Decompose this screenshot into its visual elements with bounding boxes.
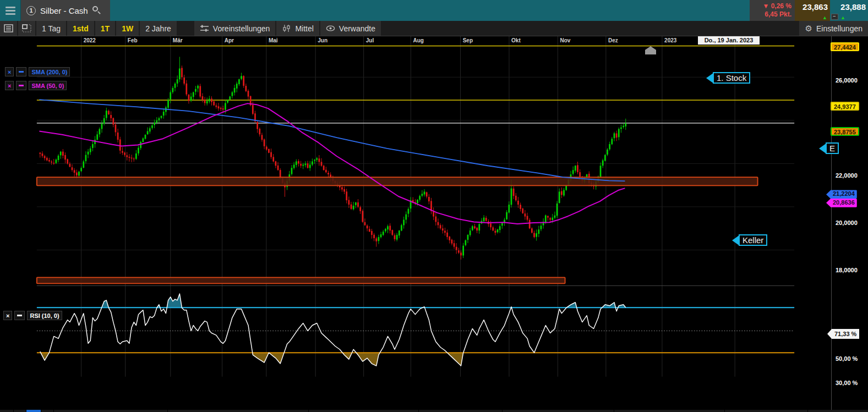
time-axis-label: Feb	[128, 37, 138, 43]
related-button[interactable]: Verwandte	[320, 21, 381, 36]
gear-icon: ⚙	[805, 24, 812, 34]
quote-collapse-wrap: −	[830, 0, 839, 21]
layout-button[interactable]	[18, 21, 35, 36]
date-axis-tooltip: Do., 19 Jan. 2023	[698, 36, 760, 45]
annotation-label: Keller	[739, 234, 767, 246]
ask-price: 23,888	[839, 2, 866, 12]
down-triangle-icon: ▼	[762, 2, 769, 10]
settings-button[interactable]: ⚙ Einstellungen	[799, 21, 868, 36]
topbar-spacer	[110, 0, 750, 21]
instrument-selector[interactable]: 1 Silber - Cash	[21, 0, 110, 21]
change-percent: 0,26 %	[771, 2, 791, 10]
ask-price-box[interactable]: 23,888 ▲	[839, 0, 868, 21]
legend-sma200: ×SMA (200, 0)	[5, 67, 70, 76]
timeframe-button[interactable]: 1 Tag	[36, 21, 66, 36]
range-label: 2 Jahre	[145, 24, 171, 33]
legend-close-button[interactable]: ×	[5, 81, 14, 90]
indicators-button[interactable]: Mittel	[276, 21, 319, 36]
candlestick-icon	[282, 24, 291, 32]
price-level-badge[interactable]: 23,8755	[831, 127, 859, 136]
ask-up-arrow-icon: ▲	[840, 15, 845, 20]
indicators-label: Mittel	[295, 24, 313, 33]
presets-label: Voreinstellungen	[213, 24, 270, 33]
rsi-axis-label: 50,00 %	[836, 355, 858, 362]
time-axis-label: Aug	[413, 37, 423, 43]
legend-collapse-button[interactable]	[16, 67, 26, 76]
presets-button[interactable]: Voreinstellungen	[194, 21, 276, 36]
price-level-badge[interactable]: 27,4424	[831, 42, 859, 51]
bottom-tab-strip[interactable]	[0, 410, 868, 412]
instrument-name: Silber - Cash	[40, 6, 88, 15]
rsi-axis-label: 30,00 %	[836, 380, 858, 386]
floor-annotation[interactable]: Keller	[732, 234, 767, 246]
time-axis-label: 2023	[664, 37, 677, 43]
chart-toolbar: 1 Tag 1std 1T 1W 2 Jahre Voreinstellunge…	[0, 21, 868, 36]
layout-grid-icon	[22, 24, 31, 32]
bid-up-arrow-icon: ▲	[822, 15, 827, 20]
bid-price-box[interactable]: 23,863 ▲	[795, 0, 830, 21]
interval-1w-button[interactable]: 1W	[116, 21, 139, 36]
sliders-icon	[200, 24, 209, 32]
price-level-badge[interactable]: 24,9377	[831, 102, 859, 111]
search-icon[interactable]	[92, 6, 101, 15]
watchlist-button[interactable]	[0, 21, 17, 36]
settings-label: Einstellungen	[816, 24, 862, 33]
time-axis-label: 2022	[84, 37, 96, 43]
list-icon	[4, 24, 13, 32]
interval-1std-button[interactable]: 1std	[67, 21, 94, 36]
time-axis-label: Sep	[463, 37, 473, 43]
legend-close-button[interactable]: ×	[3, 311, 12, 320]
price-level-badge[interactable]: 20,8636	[826, 199, 857, 207]
legend-rsi: ×RSI (10, 0)	[3, 311, 62, 320]
legend-label[interactable]: RSI (10, 0)	[27, 311, 62, 320]
price-axis-label: 20,0000	[836, 219, 858, 226]
interval-1t-button[interactable]: 1T	[95, 21, 115, 36]
legend-collapse-button[interactable]	[16, 81, 26, 90]
time-axis-label: Jun	[318, 37, 327, 43]
related-label: Verwandte	[339, 24, 375, 33]
menu-button[interactable]	[0, 0, 21, 21]
price-level-badge[interactable]: 21,2204	[826, 190, 857, 199]
time-axis-label: Mär	[173, 37, 183, 43]
change-points: 6,45 Pkt.	[765, 10, 791, 19]
collapse-quotes-button[interactable]: −	[831, 14, 838, 20]
price-axis-label: 22,0000	[836, 172, 858, 179]
range-button[interactable]: 2 Jahre	[140, 21, 177, 36]
time-axis-label: Okt	[511, 37, 521, 43]
annotation-label: 1. Stock	[713, 72, 750, 84]
top-bar: 1 Silber - Cash ▼ 0,26 % 6,45 Pkt. 23,86…	[0, 0, 868, 21]
price-axis[interactable]: 26,000022,000020,000018,000027,442424,93…	[831, 36, 868, 410]
price-axis-label: 26,0000	[836, 77, 858, 84]
time-axis-label: Nov	[560, 37, 570, 43]
floor-annotation[interactable]: E	[819, 142, 839, 154]
time-axis-label: Apr	[225, 37, 234, 43]
legend-close-button[interactable]: ×	[5, 67, 14, 76]
legend-collapse-button[interactable]	[14, 311, 25, 320]
chart-area[interactable]: 2022FebMärAprMaiJunJulAugSepOktNovDez202…	[0, 36, 868, 410]
legend-label[interactable]: SMA (50, 0)	[29, 81, 67, 90]
legend-sma50: ×SMA (50, 0)	[5, 81, 67, 90]
instrument-number-badge: 1	[26, 6, 36, 15]
bottom-active-tab[interactable]	[26, 410, 41, 412]
rsi-value-badge[interactable]: 71,33 %	[827, 329, 859, 339]
time-axis-label: Jul	[366, 37, 374, 43]
price-change-cell: ▼ 0,26 % 6,45 Pkt.	[750, 0, 795, 21]
annotation-label: E	[826, 142, 839, 154]
bid-price: 23,863	[795, 2, 828, 12]
floor-annotation[interactable]: 1. Stock	[706, 72, 750, 84]
timeframe-label: 1 Tag	[42, 24, 61, 33]
candlestick-chart-canvas[interactable]: 2022FebMärAprMaiJunJulAugSepOktNovDez202…	[0, 36, 831, 410]
legend-label[interactable]: SMA (200, 0)	[29, 67, 70, 76]
price-axis-label: 18,0000	[836, 267, 858, 273]
time-axis-label: Mai	[269, 37, 278, 43]
eye-icon	[326, 24, 335, 32]
time-axis-label: Dez	[608, 37, 618, 43]
